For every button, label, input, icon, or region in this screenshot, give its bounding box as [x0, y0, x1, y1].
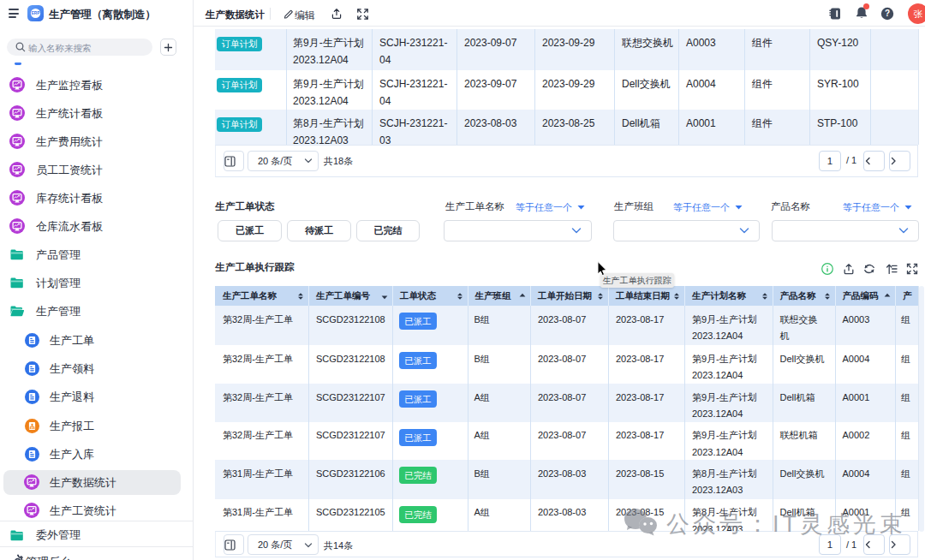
- svg-text:?: ?: [885, 9, 890, 18]
- svg-text:ERP: ERP: [31, 11, 39, 15]
